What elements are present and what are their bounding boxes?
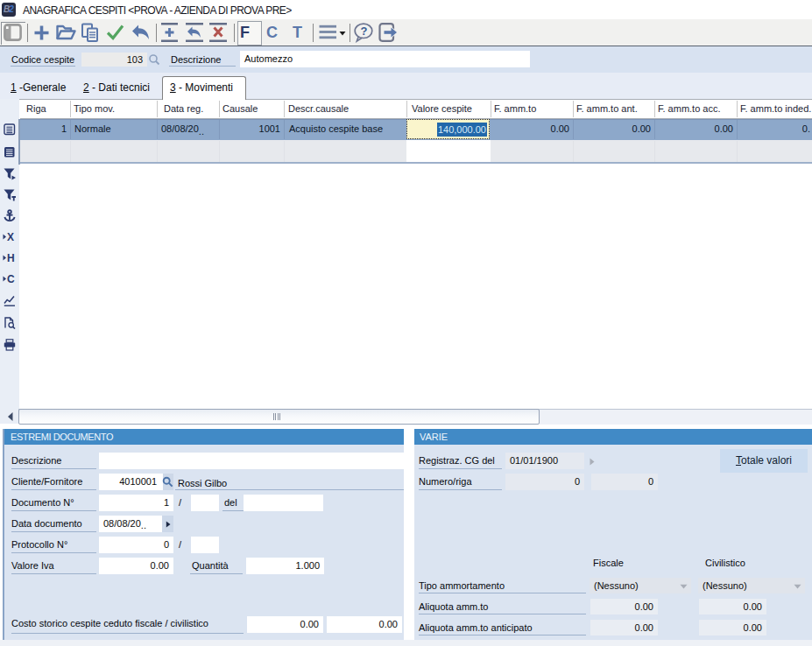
svg-text:X: X	[7, 231, 14, 242]
svg-text:?: ?	[361, 25, 368, 38]
svg-text:C: C	[7, 273, 15, 284]
svg-text:H: H	[7, 252, 15, 263]
